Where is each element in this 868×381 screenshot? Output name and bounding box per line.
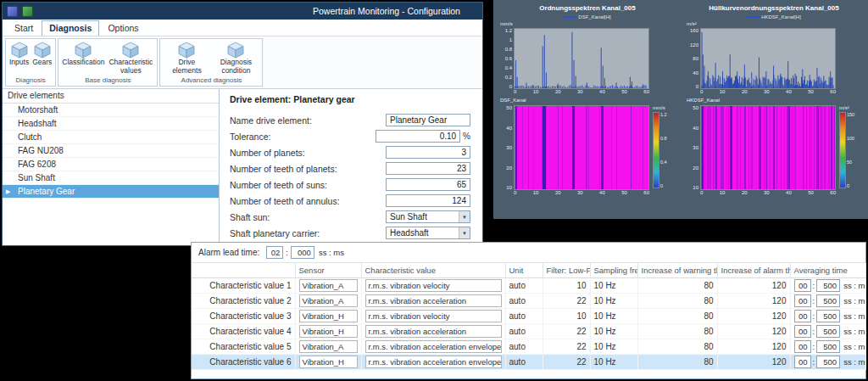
unit-cell[interactable]: auto (505, 354, 542, 369)
avg-seconds-input[interactable]: 00 (794, 310, 811, 322)
table-row: Characteristic value 1Vibration_Ar.m.s. … (192, 277, 865, 293)
filter-cell[interactable]: 10 (542, 277, 590, 293)
field-number-of-teeth-of-suns-input[interactable]: 65 (386, 178, 470, 191)
sensor-cell[interactable]: Vibration_A (299, 279, 358, 292)
ribbon-button-inputs[interactable]: Inputs (8, 41, 31, 68)
avg-seconds-input[interactable]: 00 (794, 294, 811, 307)
spectrogram-plot[interactable] (514, 105, 649, 190)
filter-cell[interactable]: 22 (542, 339, 590, 354)
unit-cell[interactable]: auto (505, 323, 542, 339)
field-shaft-sun-select[interactable]: Sun Shaft▾ (386, 210, 470, 223)
spectrum-plot[interactable] (700, 28, 836, 89)
alarm-increase-cell[interactable]: 120 (717, 323, 790, 339)
spectrum-plot[interactable] (514, 28, 649, 89)
column-header-filter-low-pa[interactable]: Filter: Low-Pa... (542, 263, 590, 277)
titlebar[interactable]: Powertrain Monitoring - Configuration (3, 3, 482, 20)
warning-increase-cell[interactable]: 80 (637, 339, 717, 354)
y-tick-label: 40 (693, 126, 698, 131)
filter-cell[interactable]: 22 (542, 323, 590, 339)
list-item-clutch[interactable]: Clutch (3, 131, 219, 144)
list-item-motorshaft[interactable]: Motorshaft (3, 104, 219, 117)
avg-seconds-input[interactable]: 00 (794, 279, 811, 292)
warning-increase-cell[interactable]: 80 (637, 293, 717, 308)
ribbon-group-base-diagnosis: ClassificationCharacteristic valuesBase … (58, 38, 158, 87)
avg-millis-input[interactable]: 500 (816, 325, 840, 338)
sensor-cell[interactable]: Vibration_A (299, 294, 358, 307)
column-header-increase-of-alarm-thresh[interactable]: Increase of alarm thresh... (717, 263, 790, 277)
avg-millis-input[interactable]: 500 (816, 310, 840, 322)
field-number-of-teeth-of-annulus-input[interactable]: 124 (386, 194, 470, 207)
unit-cell[interactable]: auto (505, 339, 542, 354)
filter-cell[interactable]: 22 (542, 354, 590, 369)
field-suffix-label: % (463, 132, 470, 141)
characteristic-cell[interactable]: r.m.s. vibration acceleration envelope (365, 356, 502, 368)
ribbon-button-diagnosis-condition[interactable]: Diagnosis condition (211, 41, 260, 76)
alarm-increase-cell[interactable]: 120 (717, 277, 790, 293)
warning-increase-cell[interactable]: 80 (637, 354, 717, 369)
list-item-fag-6208[interactable]: FAG 6208 (3, 158, 219, 171)
avg-millis-input[interactable]: 500 (816, 294, 840, 307)
characteristic-cell[interactable]: r.m.s. vibration velocity (365, 279, 502, 292)
alarm-seconds-input[interactable]: 02 (266, 246, 283, 259)
field-shaft-planetary-carrier-select[interactable]: Headshaft▾ (386, 227, 470, 239)
column-header-unit[interactable]: Unit (505, 263, 542, 277)
filter-cell[interactable]: 22 (542, 293, 590, 308)
avg-seconds-input[interactable]: 00 (794, 325, 811, 338)
sampling-cell[interactable]: 10 Hz (590, 308, 637, 323)
characteristic-cell[interactable]: r.m.s. vibration acceleration (365, 325, 502, 338)
tab-options[interactable]: Options (101, 21, 145, 36)
field-name-drive-element-input[interactable]: Planetary Gear (386, 114, 470, 126)
sensor-cell[interactable]: Vibration_H (299, 356, 358, 368)
list-item-headshaft[interactable]: Headshaft (3, 117, 219, 131)
warning-increase-cell[interactable]: 80 (637, 323, 717, 339)
sampling-cell[interactable]: 10 Hz (590, 293, 637, 308)
sampling-cell[interactable]: 10 Hz (590, 323, 637, 339)
list-item-fag-nu208[interactable]: FAG NU208 (3, 144, 219, 158)
alarm-increase-cell[interactable]: 120 (717, 293, 790, 308)
column-header-characteristic-value[interactable]: Characteristic value (361, 263, 505, 277)
warning-increase-cell[interactable]: 80 (637, 277, 717, 293)
sampling-cell[interactable]: 10 Hz (590, 354, 637, 369)
spectrogram-plot[interactable] (700, 105, 836, 190)
column-header-blank[interactable] (192, 263, 295, 277)
characteristic-cell[interactable]: r.m.s. vibration velocity (365, 310, 502, 322)
field-tolerance-input[interactable]: 0.10 (376, 130, 460, 143)
field-number-of-teeth-of-planets-input[interactable]: 23 (386, 162, 470, 175)
characteristic-cell[interactable]: r.m.s. vibration acceleration (365, 294, 502, 307)
alarm-increase-cell[interactable]: 120 (717, 354, 790, 369)
unit-cell[interactable]: auto (505, 293, 542, 308)
list-item-planetary-gear[interactable]: ▶Planetary Gear (3, 185, 219, 199)
column-header-sensor[interactable]: Sensor (295, 263, 361, 277)
avg-seconds-input[interactable]: 00 (794, 356, 811, 368)
alarm-increase-cell[interactable]: 120 (717, 339, 790, 354)
tab-start[interactable]: Start (8, 21, 40, 36)
x-tick-label: 0 (514, 89, 516, 96)
characteristic-cell[interactable]: r.m.s. vibration acceleration envelope (365, 340, 502, 353)
alarm-millis-input[interactable]: 000 (291, 246, 314, 259)
warning-increase-cell[interactable]: 80 (637, 308, 717, 323)
sensor-cell[interactable]: Vibration_H (299, 310, 358, 322)
ribbon-button-drive-elements[interactable]: Drive elements (162, 41, 211, 76)
unit-cell[interactable]: auto (505, 308, 542, 323)
avg-millis-input[interactable]: 500 (816, 356, 840, 368)
sampling-cell[interactable]: 10 Hz (590, 339, 637, 354)
column-header-increase-of-warning-thre[interactable]: Increase of warning thre... (637, 263, 717, 277)
column-header-averaging-time[interactable]: Averaging time (790, 263, 865, 277)
ribbon-button-characteristic-values[interactable]: Characteristic values (106, 41, 155, 76)
alarm-increase-cell[interactable]: 120 (717, 308, 790, 323)
ribbon-button-classification[interactable]: Classification (60, 41, 106, 68)
avg-millis-input[interactable]: 500 (816, 340, 840, 353)
list-item-sun-shaft[interactable]: Sun Shaft (3, 171, 219, 185)
tab-diagnosis[interactable]: Diagnosis (42, 20, 99, 36)
sampling-cell[interactable]: 10 Hz (590, 277, 637, 293)
filter-cell[interactable]: 10 (542, 308, 590, 323)
unit-cell[interactable]: auto (505, 277, 542, 293)
inputs-icon (11, 42, 28, 59)
column-header-sampling-fre[interactable]: Sampling fre... (590, 263, 637, 277)
avg-millis-input[interactable]: 500 (816, 279, 840, 292)
field-number-of-planets-input[interactable]: 3 (386, 146, 470, 159)
sensor-cell[interactable]: Vibration_A (299, 340, 358, 353)
sensor-cell[interactable]: Vibration_H (299, 325, 358, 338)
avg-seconds-input[interactable]: 00 (794, 340, 811, 353)
ribbon-button-gears[interactable]: Gears (31, 41, 53, 68)
